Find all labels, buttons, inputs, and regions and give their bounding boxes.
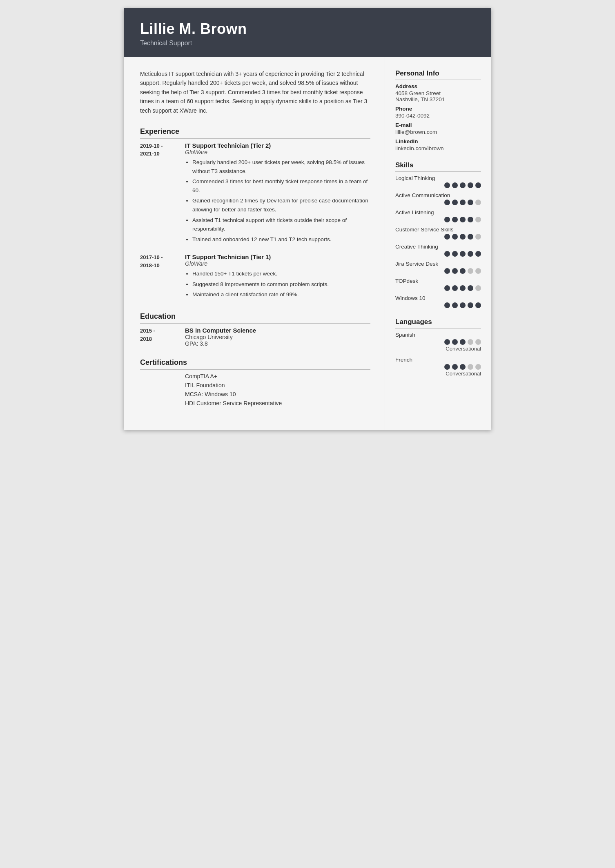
exp-bullet: Assisted T1 technical support with ticke… <box>192 216 370 233</box>
filled-dot <box>475 302 481 308</box>
filled-dot <box>460 364 466 370</box>
skill-dots <box>395 200 481 205</box>
resume-wrapper: Lillie M. Brown Technical Support Meticu… <box>124 8 491 430</box>
email-label: E-mail <box>395 122 481 128</box>
filled-dot <box>452 200 458 205</box>
skill-dots <box>395 234 481 240</box>
languages-list: Spanish Conversational French Conversati… <box>395 332 481 377</box>
certification-item: ITIL Foundation <box>140 382 370 388</box>
exp-bullets: Handled 150+ T1 tickets per week.Suggest… <box>185 269 370 299</box>
language-item: Spanish Conversational <box>395 332 481 352</box>
lang-name: Spanish <box>395 332 481 338</box>
filled-dot <box>444 251 450 257</box>
skill-name: Active Listening <box>395 209 481 215</box>
skill-item: Customer Service Skills <box>395 226 481 240</box>
exp-bullet: Regularly handled 200+ user tickets per … <box>192 158 370 175</box>
skill-name: Customer Service Skills <box>395 226 481 233</box>
exp-bullet: Commended 3 times for best monthly ticke… <box>192 177 370 195</box>
header-title: Technical Support <box>140 40 475 47</box>
exp-bullet: Trained and onboarded 12 new T1 and T2 t… <box>192 235 370 244</box>
lang-dots <box>395 364 481 370</box>
edu-gpa: GPA: 3.8 <box>185 340 370 347</box>
skill-dots <box>395 268 481 274</box>
skill-name: Jira Service Desk <box>395 261 481 267</box>
filled-dot <box>452 251 458 257</box>
filled-dot <box>460 268 466 274</box>
skill-name: Logical Thinking <box>395 175 481 181</box>
language-item: French Conversational <box>395 357 481 377</box>
skill-item: Logical Thinking <box>395 175 481 188</box>
filled-dot <box>444 200 450 205</box>
edu-school: Chicago University <box>185 334 370 340</box>
empty-dot <box>475 268 481 274</box>
filled-dot <box>444 234 450 240</box>
skills-title: Skills <box>395 161 481 172</box>
filled-dot <box>444 339 450 345</box>
filled-dot <box>452 182 458 188</box>
filled-dot <box>468 182 473 188</box>
skills-section: Skills Logical Thinking Active Communica… <box>395 161 481 308</box>
skill-dots <box>395 251 481 257</box>
cert-name: MCSA: Windows 10 <box>185 391 236 397</box>
empty-dot <box>468 339 473 345</box>
filled-dot <box>460 234 466 240</box>
experience-item: 2019-10 -2021-10 IT Support Technician (… <box>140 142 370 245</box>
exp-details: IT Support Technician (Tier 1) GloWare H… <box>185 253 370 301</box>
education-item: 2015 -2018 BS in Computer Science Chicag… <box>140 327 370 347</box>
cert-name: HDI Customer Service Representative <box>185 400 282 406</box>
filled-dot <box>452 339 458 345</box>
address-label: Address <box>395 83 481 89</box>
empty-dot <box>475 364 481 370</box>
skill-dots <box>395 302 481 308</box>
empty-dot <box>468 268 473 274</box>
filled-dot <box>460 200 466 205</box>
filled-dot <box>468 200 473 205</box>
skill-item: TOPdesk <box>395 278 481 291</box>
experience-list: 2019-10 -2021-10 IT Support Technician (… <box>140 142 370 301</box>
languages-section: Languages Spanish Conversational French … <box>395 318 481 377</box>
empty-dot <box>468 364 473 370</box>
empty-dot <box>475 234 481 240</box>
exp-date: 2019-10 -2021-10 <box>140 142 185 245</box>
exp-date: 2017-10 -2018-10 <box>140 253 185 301</box>
cert-spacer <box>140 400 185 406</box>
filled-dot <box>468 251 473 257</box>
personal-info-section: Personal Info Address 4058 Green Street … <box>395 69 481 151</box>
edu-details: BS in Computer Science Chicago Universit… <box>185 327 370 347</box>
filled-dot <box>460 251 466 257</box>
skill-name: Creative Thinking <box>395 244 481 250</box>
certification-item: MCSA: Windows 10 <box>140 391 370 397</box>
filled-dot <box>452 268 458 274</box>
cert-spacer <box>140 373 185 380</box>
phone-label: Phone <box>395 106 481 112</box>
certification-item: CompTIA A+ <box>140 373 370 380</box>
address-line2: Nashville, TN 37201 <box>395 96 481 102</box>
skills-list: Logical Thinking Active Communication Ac… <box>395 175 481 308</box>
certification-item: HDI Customer Service Representative <box>140 400 370 406</box>
skill-item: Active Listening <box>395 209 481 222</box>
empty-dot <box>475 285 481 291</box>
edu-date: 2015 -2018 <box>140 327 185 347</box>
cert-spacer <box>140 382 185 388</box>
exp-company: GloWare <box>185 149 370 155</box>
filled-dot <box>452 217 458 222</box>
lang-name: French <box>395 357 481 363</box>
skill-item: Windows 10 <box>395 295 481 308</box>
filled-dot <box>444 285 450 291</box>
exp-bullet: Handled 150+ T1 tickets per week. <box>192 269 370 278</box>
filled-dot <box>475 182 481 188</box>
education-list: 2015 -2018 BS in Computer Science Chicag… <box>140 327 370 347</box>
skill-name: TOPdesk <box>395 278 481 284</box>
edu-degree: BS in Computer Science <box>185 327 370 334</box>
education-section: Education 2015 -2018 BS in Computer Scie… <box>140 312 370 347</box>
experience-item: 2017-10 -2018-10 IT Support Technician (… <box>140 253 370 301</box>
filled-dot <box>452 285 458 291</box>
main-column: Meticulous IT support technician with 3+… <box>124 57 385 430</box>
exp-job-title: IT Support Technician (Tier 2) <box>185 142 370 149</box>
lang-level: Conversational <box>395 346 481 352</box>
filled-dot <box>460 217 466 222</box>
skill-dots <box>395 182 481 188</box>
filled-dot <box>460 182 466 188</box>
skill-item: Active Communication <box>395 192 481 205</box>
cert-name: CompTIA A+ <box>185 373 217 380</box>
